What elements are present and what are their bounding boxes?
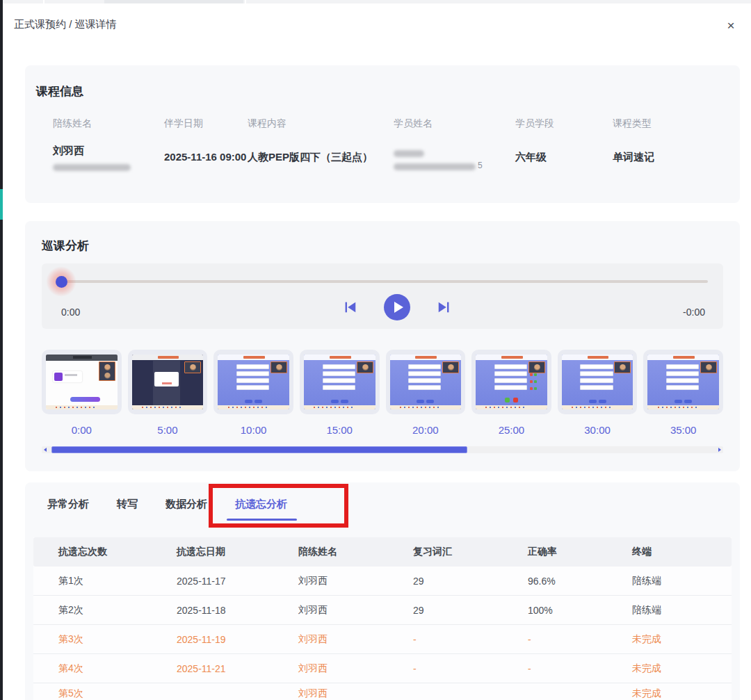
webcam-window [270,361,287,373]
thumbnail-titlebar [132,355,204,360]
course-field: 学员学段六年级 [515,117,613,184]
thumbnail-titlebar [647,355,719,360]
thumbnail-buttons [562,400,633,403]
table-cell: 29 [413,605,528,616]
tab-抗遗忘分析[interactable]: 抗遗忘分析 [235,498,287,521]
thumbnail-word-list [323,364,355,390]
thumbnail-word-row [666,385,699,390]
thumbnail-titlebar-accent [588,356,609,359]
lesson-thumbnail[interactable] [471,350,551,414]
table-cell: 未完成 [632,687,732,700]
table-cell: - [528,663,632,674]
breadcrumb: 正式课预约 / 巡课详情 [14,18,737,31]
lesson-thumbnail[interactable] [643,350,723,414]
thumbnail-word-row [580,371,613,376]
table-header-cell: 抗遗忘次数 [58,546,177,558]
tab-转写[interactable]: 转写 [117,498,138,521]
tab-strip-segment [104,0,243,3]
thumbnail-timestamp: 10:00 [213,424,293,436]
field-label: 课程内容 [248,117,394,130]
lesson-thumbnail[interactable] [386,350,466,414]
scroll-left-icon[interactable] [44,448,47,452]
slider-thumb[interactable] [46,266,76,297]
tab-异常分析[interactable]: 异常分析 [47,498,89,521]
lesson-thumbnail[interactable] [300,350,380,414]
tab-数据分析[interactable]: 数据分析 [165,498,207,521]
table-cell: 100% [528,605,632,616]
thumbnail-word-list [408,364,441,390]
table-cell: 刘羽西 [298,687,413,700]
table-header-cell: 终端 [632,546,732,558]
thumbnail-titlebar [476,355,547,360]
redacted-row [53,158,164,171]
table-cell: - [413,663,528,674]
thumbnail-titlebar-accent [243,356,265,359]
table-cell: 刘羽西 [298,633,413,646]
progress-slider[interactable] [57,280,708,283]
thumbnail-buttons [647,400,719,403]
thumbnail-word-list [236,364,269,390]
thumbnail-screen [562,355,633,409]
thumbnail-screen [476,355,547,409]
webcam-window [184,361,201,373]
thumbnail-word-row [236,378,269,383]
thumbnail-timestamp: 35:00 [643,424,723,436]
thumbnail-card [53,371,82,382]
table-cell: 刘羽西 [298,604,413,617]
field-value-wrap: 单词速记 [613,130,696,184]
thumbnail-taskbar [46,405,118,409]
field-label: 学员学段 [515,117,613,130]
thumbnail-timestamp: 25:00 [471,424,551,436]
table-row: 第3次2025-11-19刘羽西--未完成 [33,625,732,654]
drawer-header: 正式课预约 / 巡课详情 × [0,0,751,50]
thumbnail-buttons [390,400,462,403]
lesson-thumbnail[interactable] [213,350,293,414]
lesson-thumbnail[interactable] [42,350,122,414]
thumbnail-buttons [218,400,289,403]
table-cell: 陪练端 [632,604,732,617]
webcam-window [700,361,717,373]
table-row: 第2次2025-11-18刘羽西29100%陪练端 [33,596,732,625]
lesson-thumbnail[interactable] [128,350,208,414]
course-field: 学员姓名5 [394,117,515,184]
thumbnail-screen [46,355,118,409]
thumbnail-taskbar [562,405,633,409]
check-mark-green [534,387,537,390]
field-label: 学员姓名 [394,117,515,130]
webcam-window [99,361,115,381]
audio-player: 0:00 -0:00 [42,263,723,329]
thumbnail-word-row [666,371,699,376]
thumbnail-timestamps: 0:005:0010:0015:0020:0025:0030:0035:00 [42,424,723,436]
course-field: 课程类型单词速记 [613,117,696,184]
thumb-down-icon [513,398,518,402]
lesson-thumbnails [42,350,723,414]
thumbnail-word-row [666,378,699,383]
thumbnail-titlebar [390,355,462,360]
check-mark-green [534,373,537,376]
thumbnail-screen [647,355,719,409]
course-info-title: 课程信息 [36,83,726,99]
scrollbar-thumb[interactable] [51,446,467,453]
scroll-right-icon[interactable] [718,448,721,452]
slider-track[interactable] [57,280,708,283]
thumbnail-word-list [494,364,527,390]
close-icon[interactable]: × [722,17,740,35]
analysis-tabs: 异常分析转写数据分析抗遗忘分析 [33,498,732,521]
thumbnail-word-list [580,364,613,390]
thumbnail-word-row [494,371,527,376]
thumbnail-titlebar [562,355,633,360]
thumbnail-word-row [580,364,613,369]
thumbnail-scrollbar[interactable] [42,446,723,453]
thumbnail-screen [390,355,462,409]
thumbnail-word-row [666,364,699,369]
annotation-highlight-box [209,484,348,528]
anti-forgetting-table: 抗遗忘次数抗遗忘日期陪练姓名复习词汇正确率终端 第1次2025-11-17刘羽西… [33,537,732,700]
course-field: 陪练姓名刘羽西 [53,117,164,184]
table-cell: 29 [413,576,528,587]
table-cell: 陪练端 [632,575,732,587]
thumbnail-dialog [154,372,179,386]
thumbnail-word-row [494,364,527,369]
lesson-thumbnail[interactable] [558,350,638,414]
webcam-window [357,361,373,373]
thumbnail-titlebar [218,355,289,360]
